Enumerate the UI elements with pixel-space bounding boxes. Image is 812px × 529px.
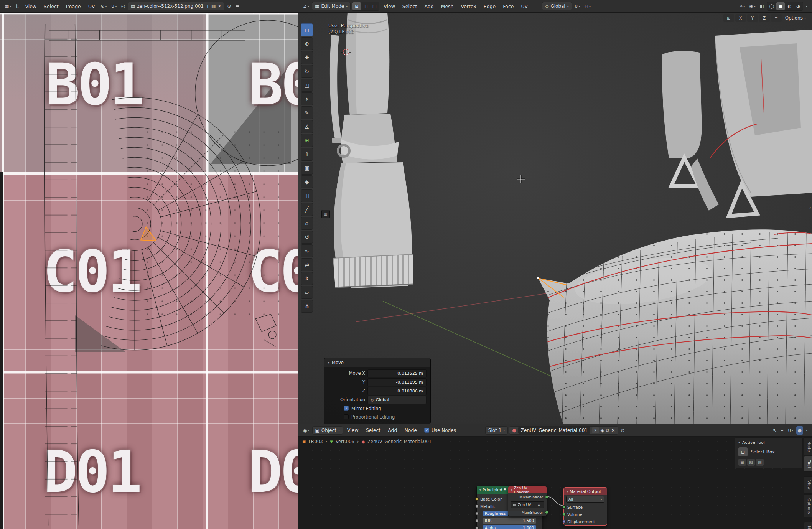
vertex-select-button[interactable]: ⊡: [352, 2, 361, 10]
move-panel-header[interactable]: ▾ Move: [324, 358, 430, 367]
gizmo-toggle-button[interactable]: ⌖ ▾: [738, 2, 746, 10]
unlink-icon[interactable]: ✕: [537, 503, 540, 507]
nav-drag-button[interactable]: ≡: [771, 14, 782, 22]
vp-proportional-button[interactable]: ◎ ▾: [583, 2, 593, 10]
tool-extrude-region[interactable]: ⇧: [301, 148, 313, 161]
tool-smooth[interactable]: ∿: [301, 244, 313, 257]
tab-options[interactable]: Options: [804, 494, 812, 518]
node-zen-header[interactable]: ▾ Zen UV Checker...: [508, 486, 547, 493]
uv-menu-select[interactable]: Select: [41, 2, 62, 10]
tool-spin[interactable]: ↺: [301, 231, 313, 244]
xray-toggle-button[interactable]: ◧: [758, 2, 766, 10]
new-material-icon[interactable]: ⧉: [606, 428, 609, 433]
input-ior[interactable]: IOR 1.500: [477, 517, 542, 524]
node-output-header[interactable]: ▾ Material Output: [564, 488, 607, 495]
tool-scale[interactable]: ◳: [301, 79, 313, 92]
vp-menu-add[interactable]: Add: [421, 2, 436, 10]
uv-sync-selection-icon[interactable]: ⇅: [14, 2, 21, 10]
uv-header-menu-button[interactable]: ≡: [234, 2, 240, 10]
uv-editor-type-button[interactable]: ▦ ▾: [3, 2, 13, 10]
vp-menu-uv[interactable]: UV: [518, 2, 531, 10]
tab-node[interactable]: Node: [804, 437, 812, 455]
vp-menu-view[interactable]: View: [380, 2, 398, 10]
input-volume[interactable]: Volume: [564, 511, 607, 518]
socket-mixedshader[interactable]: [545, 495, 548, 499]
output-mixedshader[interactable]: MixedShader: [508, 493, 547, 501]
axis-y-button[interactable]: Y: [747, 14, 758, 22]
socket-ior[interactable]: [475, 519, 479, 522]
vp-menu-face[interactable]: Face: [500, 2, 517, 10]
vp-snap-button[interactable]: ∪ ▾: [573, 2, 582, 10]
mode-dropdown[interactable]: ▦ Edit Mode ▾: [312, 2, 351, 10]
socket-surface[interactable]: [562, 505, 566, 509]
uv-menu-image[interactable]: Image: [63, 2, 84, 10]
orientation-dropdown[interactable]: ◇ Global ▾: [542, 2, 572, 10]
vp-menu-edge[interactable]: Edge: [481, 2, 499, 10]
sh-menu-view[interactable]: View: [344, 426, 362, 434]
tool-option-new[interactable]: ▦: [738, 459, 746, 466]
viewport-editor-type-button[interactable]: ⊿ ▾: [301, 2, 311, 10]
active-tool-header[interactable]: ▾ Active Tool: [738, 440, 799, 445]
use-nodes-checkbox[interactable]: ✓ Use Nodes: [424, 428, 456, 433]
go-back-button[interactable]: ↖: [771, 426, 778, 435]
node-canvas[interactable]: ▣ LP.003 › ▼ Vert.006 › ● ZenUV_Generic_…: [298, 437, 812, 529]
edge-select-button[interactable]: ◫: [361, 2, 370, 10]
overlays-button[interactable]: ◉ ▾: [748, 2, 757, 10]
unlink-image-icon[interactable]: ✕: [217, 3, 221, 9]
material-datablock-chip[interactable]: ● ZenUV_Generic_Material.001 2 ◈ ⧉ ✕: [509, 426, 618, 435]
tool-transform[interactable]: ⌖: [301, 92, 313, 105]
uv-menu-uv[interactable]: UV: [85, 2, 98, 10]
overlay-toggle-button[interactable]: ●: [796, 426, 803, 435]
tab-tool[interactable]: Tool: [804, 456, 812, 471]
shading-dropdown-button[interactable]: ▾: [804, 2, 809, 10]
uv-snap-button[interactable]: ∪ ▾: [110, 2, 119, 10]
tool-add-cube[interactable]: ⊞: [301, 134, 313, 147]
axis-z-button[interactable]: Z: [759, 14, 770, 22]
proportional-editing-checkbox[interactable]: Proportional Editing: [344, 413, 427, 420]
tool-rotate[interactable]: ↻: [301, 65, 313, 78]
vp-menu-vertex[interactable]: Vertex: [458, 2, 479, 10]
pin-button[interactable]: ⊙: [619, 426, 626, 435]
tool-cursor[interactable]: ⊕: [301, 37, 313, 50]
shader-editor-type-button[interactable]: ◉ ▾: [301, 426, 311, 435]
tool-loop-cut[interactable]: ◫: [301, 189, 313, 202]
tool-select-box[interactable]: ◻: [301, 23, 313, 36]
input-displacement[interactable]: Displacement: [564, 518, 607, 525]
overlay-dropdown-button[interactable]: ▾: [804, 426, 809, 435]
tool-move[interactable]: ✚: [301, 51, 313, 64]
options-dropdown[interactable]: Options ▾: [783, 15, 808, 21]
tool-option-extend[interactable]: ▧: [747, 459, 755, 466]
editmesh-toe[interactable]: [536, 227, 812, 424]
new-image-icon[interactable]: +: [206, 3, 209, 9]
sh-menu-add[interactable]: Add: [385, 426, 400, 434]
fake-user-icon[interactable]: ◈: [601, 428, 604, 433]
vp-menu-mesh[interactable]: Mesh: [438, 2, 457, 10]
browse-image-icon[interactable]: ▤: [131, 3, 135, 9]
upper-right-model[interactable]: [662, 30, 812, 216]
uv-proportional-button[interactable]: ◎: [119, 2, 126, 10]
input-surface[interactable]: Surface: [564, 503, 607, 511]
material-shading-button[interactable]: ◐: [785, 2, 794, 10]
sidebar-toggle-arrow[interactable]: ‹: [809, 204, 811, 211]
tool-shear[interactable]: ▱: [301, 286, 313, 299]
tab-view[interactable]: View: [804, 476, 812, 494]
uv-menu-view[interactable]: View: [22, 2, 40, 10]
tool-knife[interactable]: ╱: [301, 203, 313, 216]
tool-shrink-fatten[interactable]: ⇕: [301, 272, 313, 285]
wireframe-shading-button[interactable]: ◯: [768, 2, 776, 10]
unlink-material-icon[interactable]: ✕: [611, 428, 615, 433]
boot-model[interactable]: [330, 13, 413, 288]
move-orientation-dropdown[interactable]: ◇ Global: [367, 396, 427, 404]
tool-annotate[interactable]: ✎: [301, 106, 313, 119]
output-target-dropdown[interactable]: All ▾: [566, 496, 604, 503]
input-alpha[interactable]: Alpha 1.000: [477, 524, 542, 529]
move-x-field[interactable]: 0.013525 m: [367, 369, 427, 377]
tool-edge-slide[interactable]: ⇄: [301, 258, 313, 271]
node-snap-dropdown[interactable]: ∪ ▾: [786, 426, 795, 435]
solid-shading-button[interactable]: ●: [776, 2, 785, 10]
tool-measure[interactable]: ∡: [301, 120, 313, 133]
move-z-field[interactable]: 0.010386 m: [367, 387, 427, 395]
shader-type-dropdown[interactable]: ▣ Object ▾: [312, 426, 343, 435]
active-tool-row[interactable]: ◻ Select Box: [738, 447, 799, 456]
uv-pivot-button[interactable]: ⊙ ▾: [99, 2, 109, 10]
